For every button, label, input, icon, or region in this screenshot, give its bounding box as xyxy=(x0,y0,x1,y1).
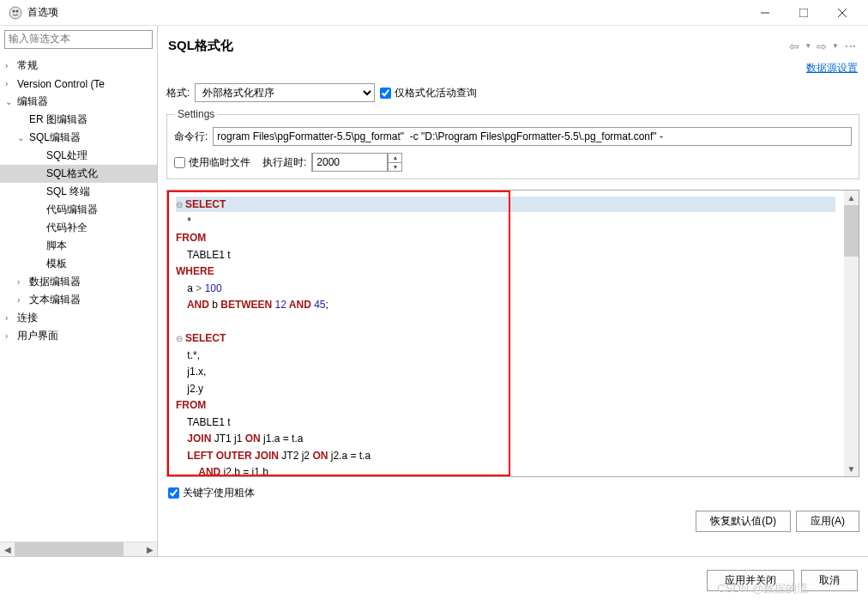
tree-item-data-editor[interactable]: ›数据编辑器 xyxy=(0,273,157,291)
sql-text: j1.x, xyxy=(176,366,206,378)
tree-item-sql-formatting[interactable]: SQL格式化 xyxy=(0,165,157,183)
sql-text: t.*, xyxy=(176,349,200,361)
preview-vertical-scrollbar[interactable]: ▲ ▼ xyxy=(844,191,859,476)
use-temp-checkbox[interactable] xyxy=(174,157,185,168)
window-title: 首选项 xyxy=(27,5,745,20)
sidebar-horizontal-scrollbar[interactable]: ◀ ▶ xyxy=(0,541,157,556)
tree-item-sql-editor[interactable]: ⌄SQL编辑器 xyxy=(0,129,157,147)
sql-keyword: SELECT xyxy=(185,198,226,210)
sql-keyword: FROM xyxy=(176,232,206,244)
sql-text: ; xyxy=(326,299,329,311)
tree-label: SQL 终端 xyxy=(46,185,90,199)
tree-label: 文本编辑器 xyxy=(29,293,81,307)
sql-keyword: JOIN xyxy=(176,433,211,445)
tree-label: SQL编辑器 xyxy=(29,130,81,145)
apply-close-button[interactable]: 应用并关闭 xyxy=(707,570,794,591)
sql-keyword: BETWEEN xyxy=(220,299,274,311)
scroll-right-icon[interactable]: ▶ xyxy=(142,542,157,557)
apply-button[interactable]: 应用(A) xyxy=(796,511,859,532)
spinner-up-icon[interactable]: ▲ xyxy=(389,154,401,163)
maximize-button[interactable] xyxy=(784,1,823,25)
format-row: 格式: 外部格式化程序 仅格式化活动查询 xyxy=(158,81,868,105)
sql-text: j2.y xyxy=(176,383,203,395)
sql-text: JT2 j2 xyxy=(279,450,312,462)
cancel-button[interactable]: 取消 xyxy=(801,570,858,591)
tree-item-version-control[interactable]: ›Version Control (Te xyxy=(0,75,157,93)
svg-point-0 xyxy=(9,7,21,19)
menu-dots-icon[interactable]: ⋮ xyxy=(844,40,858,51)
scroll-track[interactable] xyxy=(844,205,859,462)
forward-icon[interactable]: ⇨ xyxy=(817,39,827,53)
format-active-checkbox[interactable] xyxy=(380,88,391,99)
sql-number: 12 xyxy=(275,299,286,311)
sql-text: j2.a = t.a xyxy=(328,450,371,462)
tree-item-code-completion[interactable]: 代码补全 xyxy=(0,219,157,237)
spinner-buttons: ▲ ▼ xyxy=(388,154,401,171)
cmdline-input[interactable] xyxy=(213,127,852,146)
close-button[interactable] xyxy=(823,1,861,25)
format-label: 格式: xyxy=(166,86,190,100)
keywords-bold-label: 关键字使用粗体 xyxy=(183,486,255,500)
settings-legend: Settings xyxy=(174,108,218,120)
back-menu-icon[interactable]: ▼ xyxy=(805,42,811,50)
tree-label: 编辑器 xyxy=(17,94,48,109)
app-icon xyxy=(9,6,22,20)
forward-menu-icon[interactable]: ▼ xyxy=(832,42,839,50)
svg-point-1 xyxy=(13,9,15,12)
tree-item-text-editor[interactable]: ›文本编辑器 xyxy=(0,291,157,309)
cmdline-row: 命令行: xyxy=(174,125,852,148)
tree-item-code-editor[interactable]: 代码编辑器 xyxy=(0,201,157,219)
tree-item-general[interactable]: ›常规 xyxy=(0,57,157,75)
sql-keyword: WHERE xyxy=(176,265,214,277)
sql-text: TABLE1 t xyxy=(176,416,231,428)
tree-label: 代码编辑器 xyxy=(46,203,98,217)
scroll-thumb[interactable] xyxy=(15,542,124,556)
minimize-button[interactable] xyxy=(745,1,784,25)
content-header: SQL格式化 ⇦ ▼ ⇨ ▼ ⋮ xyxy=(158,26,868,61)
sql-preview[interactable]: ⊖SELECT * FROM TABLE1 t WHERE a > 100 AN… xyxy=(167,191,844,476)
tree-item-er-diagram[interactable]: ER 图编辑器 xyxy=(0,111,157,129)
tree-item-scripts[interactable]: 脚本 xyxy=(0,237,157,255)
sql-keyword: AND xyxy=(286,299,314,311)
sql-text: b xyxy=(209,299,220,311)
collapse-icon[interactable]: ⊖ xyxy=(176,200,183,209)
spinner-down-icon[interactable]: ▼ xyxy=(389,163,401,172)
back-icon[interactable]: ⇦ xyxy=(789,39,799,53)
tree-item-ui[interactable]: ›用户界面 xyxy=(0,327,157,345)
keywords-bold-checkbox[interactable] xyxy=(168,487,179,499)
collapse-icon[interactable]: ⊖ xyxy=(176,334,183,343)
tree-item-sql-processing[interactable]: SQL处理 xyxy=(0,147,157,165)
cmdline-label: 命令行: xyxy=(174,130,208,144)
content-button-bar: 恢复默认值(D) 应用(A) xyxy=(158,505,868,537)
scroll-left-icon[interactable]: ◀ xyxy=(0,542,15,557)
filter-input[interactable] xyxy=(9,33,148,45)
format-active-label: 仅格式化活动查询 xyxy=(395,86,477,100)
tree-item-editor[interactable]: ⌄编辑器 xyxy=(0,93,157,111)
preview-container: ⊖SELECT * FROM TABLE1 t WHERE a > 100 AN… xyxy=(166,190,859,477)
scroll-down-icon[interactable]: ▼ xyxy=(844,462,859,476)
scroll-up-icon[interactable]: ▲ xyxy=(844,191,859,205)
tree-label: 连接 xyxy=(17,311,38,325)
restore-defaults-button[interactable]: 恢复默认值(D) xyxy=(696,511,791,532)
timeout-label: 执行超时: xyxy=(262,155,306,170)
tree-label: 模板 xyxy=(46,257,67,271)
tree-label: SQL处理 xyxy=(46,148,87,163)
tree-item-templates[interactable]: 模板 xyxy=(0,255,157,273)
tree-item-sql-terminal[interactable]: SQL 终端 xyxy=(0,183,157,201)
timeout-spinner: ▲ ▼ xyxy=(311,153,402,172)
use-temp-wrap: 使用临时文件 xyxy=(174,155,250,170)
datasource-settings-link[interactable]: 数据源设置 xyxy=(806,62,858,74)
tree-item-connection[interactable]: ›连接 xyxy=(0,309,157,327)
dialog-footer: 应用并关闭 取消 xyxy=(0,556,868,603)
scroll-track[interactable] xyxy=(15,542,142,556)
sql-keyword: AND xyxy=(176,299,209,311)
sql-text: TABLE1 t xyxy=(176,249,231,261)
format-select[interactable]: 外部格式化程序 xyxy=(195,83,375,102)
timeout-input[interactable] xyxy=(312,153,388,172)
temp-timeout-row: 使用临时文件 执行超时: ▲ ▼ xyxy=(174,148,852,172)
nav-tree: ›常规 ›Version Control (Te ⌄编辑器 ER 图编辑器 ⌄S… xyxy=(0,53,157,541)
tree-label: SQL格式化 xyxy=(46,166,98,181)
sql-text: JT1 j1 xyxy=(211,433,244,445)
tree-label: Version Control (Te xyxy=(17,78,105,90)
scroll-thumb[interactable] xyxy=(844,205,859,257)
